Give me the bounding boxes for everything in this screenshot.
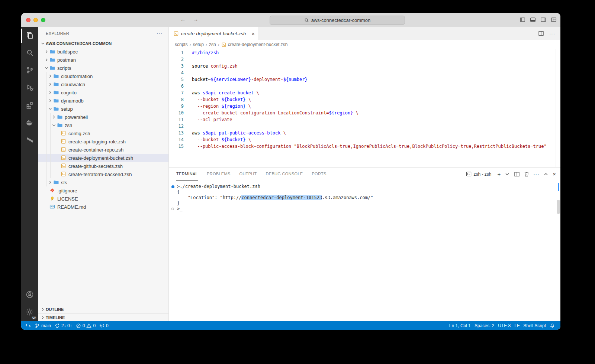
chevron-icon: [47, 106, 53, 112]
eol-sequence[interactable]: LF: [512, 321, 521, 330]
breadcrumb-item-scripts[interactable]: scripts: [175, 42, 188, 47]
customize-layout-icon[interactable]: [551, 17, 557, 23]
outline-section[interactable]: OUTLINE: [38, 305, 168, 313]
split-editor-icon[interactable]: [538, 30, 544, 36]
ports-status[interactable]: 0: [97, 321, 110, 330]
chevron-right-icon: [40, 306, 46, 312]
kill-terminal-icon[interactable]: [524, 171, 530, 177]
tree-folder-dynamodb[interactable]: dynamodb: [38, 97, 168, 105]
close-tab-icon[interactable]: ×: [251, 31, 255, 36]
panel-tab-output[interactable]: OUTPUT: [239, 168, 257, 181]
command-decoration-icon[interactable]: [171, 185, 174, 188]
timeline-section[interactable]: TIMELINE: [38, 313, 168, 321]
indentation[interactable]: Spaces: 2: [473, 321, 496, 330]
activity-docker[interactable]: [21, 114, 38, 132]
code-text: [192, 69, 194, 76]
toggle-panel-icon[interactable]: [530, 17, 536, 23]
cursor-position[interactable]: Ln 1, Col 1: [447, 321, 473, 330]
tree-file-create-github-secrets.zsh[interactable]: create-github-secrets.zsh: [38, 162, 168, 170]
branch-status[interactable]: main: [33, 321, 53, 330]
code-line: 13aws s3api put-public-access-block \: [169, 130, 560, 136]
tree-folder-scripts[interactable]: scripts: [38, 64, 168, 72]
tree-file-create-api-logging-role.zsh[interactable]: create-api-logging-role.zsh: [38, 137, 168, 146]
tree-file-README.md[interactable]: README.md: [38, 203, 168, 211]
terminal-dropdown-chevron-icon[interactable]: [504, 171, 510, 177]
back-icon[interactable]: ←: [180, 16, 186, 22]
editor-more-actions-icon[interactable]: ···: [549, 31, 555, 36]
terminal-instance-tab[interactable]: zsh - zsh: [466, 171, 491, 177]
panel-actions: zsh - zsh + ··· ×: [466, 171, 556, 177]
forward-icon[interactable]: →: [192, 16, 199, 22]
tree-file-create-terraform-backend.zsh[interactable]: create-terraform-backend.zsh: [38, 170, 168, 178]
problems-status[interactable]: 0 0: [74, 321, 97, 330]
explorer-root-folder[interactable]: AWS-CONNECTEDCAR-COMMON: [38, 39, 168, 48]
activity-explorer[interactable]: [21, 27, 38, 45]
explorer-more-actions-icon[interactable]: ···: [157, 30, 163, 36]
tree-file-create-container-repo.zsh[interactable]: create-container-repo.zsh: [38, 146, 168, 154]
tree-file-.gitignore[interactable]: .gitignore: [38, 186, 168, 195]
activity-terraform[interactable]: [21, 132, 38, 149]
tree-folder-buildspec[interactable]: buildspec: [38, 48, 168, 56]
tree-folder-postman[interactable]: postman: [38, 56, 168, 64]
indent-guide: [46, 154, 47, 162]
code-editor[interactable]: 1#!/bin/zsh2 3source config.zsh4 5bucket…: [169, 49, 560, 167]
indent-spacer: [44, 188, 49, 194]
close-panel-icon[interactable]: ×: [553, 171, 556, 177]
file-tree: buildspecpostmanscriptscloudformationclo…: [38, 48, 168, 305]
panel-tab-problems[interactable]: PROBLEMS: [207, 168, 231, 181]
tree-item-label: create-terraform-backend.zsh: [68, 172, 132, 177]
encoding[interactable]: UTF-8: [496, 321, 512, 330]
panel-tab-ports[interactable]: PORTS: [312, 168, 326, 181]
code-text: --bucket ${bucket} \: [192, 96, 251, 103]
activity-accounts[interactable]: [21, 286, 38, 304]
breadcrumb-item-zsh[interactable]: zsh: [209, 42, 216, 47]
code-text: --region ${region} \: [192, 103, 251, 110]
new-terminal-icon[interactable]: +: [497, 171, 501, 177]
indent-spacer: [55, 171, 61, 177]
tree-file-LICENSE[interactable]: LICENSE: [38, 195, 168, 203]
panel-tab-terminal[interactable]: TERMINAL: [176, 168, 198, 181]
indent-guide: [50, 170, 51, 178]
breadcrumb-item-create-deployment-bucket.zsh[interactable]: create-deployment-bucket.zsh: [221, 42, 288, 47]
sync-status[interactable]: 2↓ 0↑: [53, 321, 74, 330]
maximize-panel-icon[interactable]: [543, 171, 549, 177]
zoom-window-button[interactable]: [41, 18, 45, 22]
tree-file-create-deployment-bucket.zsh[interactable]: create-deployment-bucket.zsh: [38, 154, 168, 162]
tree-item-label: dynamodb: [61, 98, 84, 104]
close-window-button[interactable]: [26, 18, 30, 22]
tree-folder-cognito[interactable]: cognito: [38, 88, 168, 97]
panel-tab-debug-console[interactable]: DEBUG CONSOLE: [266, 168, 303, 181]
panel-more-actions-icon[interactable]: ···: [533, 171, 539, 177]
chevron-icon: [44, 65, 49, 71]
line-number: 3: [169, 63, 184, 69]
minimize-window-button[interactable]: [33, 18, 38, 22]
activity-search[interactable]: [21, 45, 38, 62]
toggle-secondary-sidebar-icon[interactable]: [540, 17, 546, 23]
language-mode[interactable]: Shell Script: [521, 321, 548, 330]
activity-run-and-debug[interactable]: [21, 79, 38, 97]
command-center[interactable]: aws-connectedcar-common: [270, 16, 405, 25]
editor-group: create-deployment-bucket.zsh × ··· scrip…: [169, 27, 560, 321]
tree-folder-cloudwatch[interactable]: cloudwatch: [38, 80, 168, 88]
remote-indicator[interactable]: [23, 321, 33, 330]
indent-guide: [54, 137, 54, 146]
tree-folder-zsh[interactable]: zsh: [38, 121, 168, 129]
activity-source-control[interactable]: [21, 62, 38, 79]
tree-folder-sts[interactable]: sts: [38, 178, 168, 186]
tree-folder-powershell[interactable]: powershell: [38, 113, 168, 121]
activity-extensions[interactable]: [21, 97, 38, 114]
split-terminal-icon[interactable]: [514, 171, 520, 177]
terminal-output[interactable]: >./create-deployment-bucket.zsh{ "Locati…: [169, 181, 560, 321]
line-number: 9: [169, 103, 184, 110]
tree-folder-setup[interactable]: setup: [38, 105, 168, 113]
notifications[interactable]: [548, 321, 557, 330]
tree-file-config.zsh[interactable]: config.zsh: [38, 129, 168, 137]
tree-folder-cloudformation[interactable]: cloudformation: [38, 72, 168, 80]
activity-manage[interactable]: C#: [21, 304, 38, 321]
breadcrumb-item-setup[interactable]: setup: [193, 42, 204, 47]
command-placeholder-decoration-icon[interactable]: [171, 208, 174, 210]
toggle-sidebar-icon[interactable]: [520, 17, 525, 23]
shell-file-icon: [61, 147, 67, 153]
code-line: 4: [169, 69, 560, 76]
editor-tab-create-deployment-bucket[interactable]: create-deployment-bucket.zsh ×: [169, 27, 258, 40]
